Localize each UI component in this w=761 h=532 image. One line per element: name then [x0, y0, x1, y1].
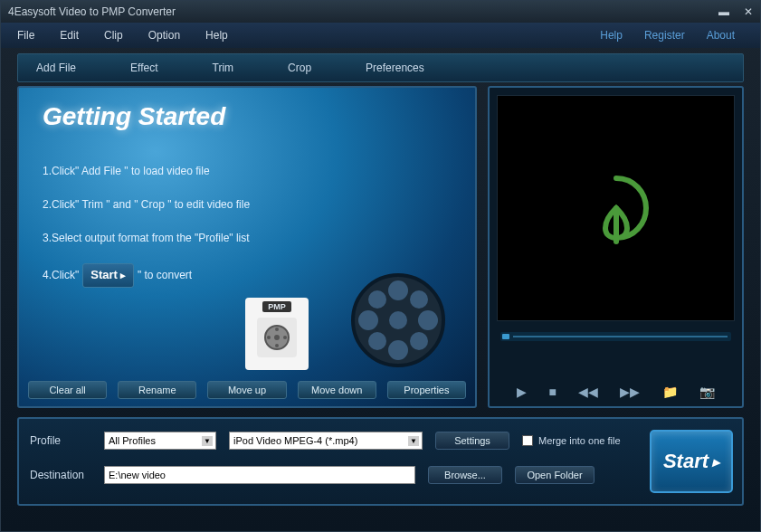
menu-help[interactable]: Help [205, 29, 228, 42]
settings-button[interactable]: Settings [435, 432, 509, 450]
link-about[interactable]: About [707, 29, 735, 42]
pmp-screen-icon [257, 318, 297, 357]
svg-point-13 [410, 290, 428, 309]
link-help[interactable]: Help [600, 29, 623, 42]
merge-checkbox[interactable] [522, 435, 533, 446]
timeline[interactable] [500, 332, 731, 341]
svg-point-5 [283, 336, 287, 339]
open-folder-button[interactable]: Open Folder [515, 466, 595, 484]
gs-step-1: 1.Click" Add File " to load video file [43, 164, 250, 179]
tool-crop[interactable]: Crop [288, 62, 311, 74]
menu-clip[interactable]: Clip [104, 29, 123, 42]
svg-point-12 [368, 290, 386, 309]
form-area: Profile All Profiles iPod Video MPEG-4 (… [30, 432, 621, 491]
svg-point-2 [275, 328, 279, 331]
preview-screen [497, 95, 735, 321]
svg-point-4 [267, 336, 271, 339]
start-button[interactable]: Start [650, 430, 733, 493]
menu-file[interactable]: File [17, 29, 34, 42]
play-icon[interactable]: ▶ [517, 385, 527, 399]
titlebar: 4Easysoft Video to PMP Converter ▬ ✕ [1, 1, 760, 23]
gs-step-2: 2.Click" Trim " and " Crop " to edit vid… [43, 197, 250, 213]
app-window: 4Easysoft Video to PMP Converter ▬ ✕ Fil… [0, 0, 761, 532]
menu-option[interactable]: Option [148, 29, 180, 42]
pmp-label: PMP [262, 301, 291, 312]
toolbar: Add File Effect Trim Crop Preferences [17, 53, 744, 82]
destination-label: Destination [30, 469, 91, 481]
menubar-right: Help Register About [600, 29, 753, 42]
timeline-track [513, 336, 728, 337]
clear-all-button[interactable]: Clear all [28, 381, 107, 399]
destination-row: Destination E:\new video Browse... Open … [30, 466, 621, 484]
gs-step-4-post: " to convert [138, 268, 192, 283]
tool-effect[interactable]: Effect [130, 62, 157, 74]
bottom-panel: Profile All Profiles iPod Video MPEG-4 (… [17, 417, 744, 506]
link-register[interactable]: Register [644, 29, 685, 42]
close-icon[interactable]: ✕ [744, 5, 753, 18]
stop-icon[interactable]: ■ [548, 385, 556, 399]
svg-point-1 [274, 335, 280, 340]
svg-point-3 [275, 344, 279, 347]
browse-button[interactable]: Browse... [428, 466, 502, 484]
profile-category-select[interactable]: All Profiles [104, 432, 216, 450]
gs-steps: 1.Click" Add File " to load video file 2… [43, 164, 250, 306]
snapshot-icon[interactable]: 📷 [699, 385, 715, 399]
profile-label: Profile [30, 434, 91, 447]
gs-title: Getting Started [43, 102, 225, 131]
profile-format-select[interactable]: iPod Video MPEG-4 (*.mp4) [229, 432, 423, 450]
svg-point-11 [418, 310, 438, 330]
player-controls: ▶ ■ ◀◀ ▶▶ 📁 📷 [490, 377, 742, 406]
menubar-left: File Edit Clip Option Help [8, 29, 228, 42]
main-area: Getting Started 1.Click" Add File " to l… [1, 86, 760, 408]
gs-step-4-pre: 4.Click" [43, 268, 79, 283]
list-buttons: Clear all Rename Move up Move down Prope… [28, 381, 466, 399]
svg-point-15 [410, 332, 428, 350]
move-up-button[interactable]: Move up [207, 381, 286, 399]
gs-step-3: 3.Select output format from the "Profile… [43, 231, 250, 246]
timeline-handle[interactable] [502, 334, 509, 339]
preview-panel: ▶ ■ ◀◀ ▶▶ 📁 📷 [488, 86, 744, 408]
rename-button[interactable]: Rename [118, 381, 196, 399]
move-down-button[interactable]: Move down [298, 381, 376, 399]
logo-icon [576, 167, 657, 249]
svg-point-9 [388, 340, 408, 360]
tool-preferences[interactable]: Preferences [366, 62, 424, 74]
properties-button[interactable]: Properties [387, 381, 466, 399]
svg-point-8 [388, 280, 408, 300]
svg-point-7 [389, 311, 407, 329]
getting-started-panel: Getting Started 1.Click" Add File " to l… [17, 86, 477, 408]
minimize-icon[interactable]: ▬ [718, 5, 729, 18]
next-icon[interactable]: ▶▶ [620, 385, 640, 399]
menubar: File Edit Clip Option Help Help Register… [1, 23, 760, 48]
menu-edit[interactable]: Edit [60, 29, 79, 42]
tool-trim[interactable]: Trim [213, 62, 234, 74]
svg-point-14 [368, 332, 386, 350]
profile-row: Profile All Profiles iPod Video MPEG-4 (… [30, 432, 621, 450]
merge-checkbox-group[interactable]: Merge into one file [522, 435, 621, 446]
pmp-device-icon: PMP [245, 298, 309, 370]
folder-icon[interactable]: 📁 [662, 385, 678, 399]
merge-label: Merge into one file [538, 435, 621, 446]
prev-icon[interactable]: ◀◀ [578, 385, 598, 399]
window-title: 4Easysoft Video to PMP Converter [8, 5, 176, 18]
destination-input[interactable]: E:\new video [104, 466, 415, 484]
window-controls: ▬ ✕ [718, 5, 753, 18]
start-chip: Start [82, 263, 134, 287]
film-reel-icon [348, 271, 448, 370]
gs-step-4: 4.Click" Start " to convert [43, 263, 250, 287]
svg-point-10 [358, 310, 378, 330]
tool-add-file[interactable]: Add File [36, 62, 76, 74]
